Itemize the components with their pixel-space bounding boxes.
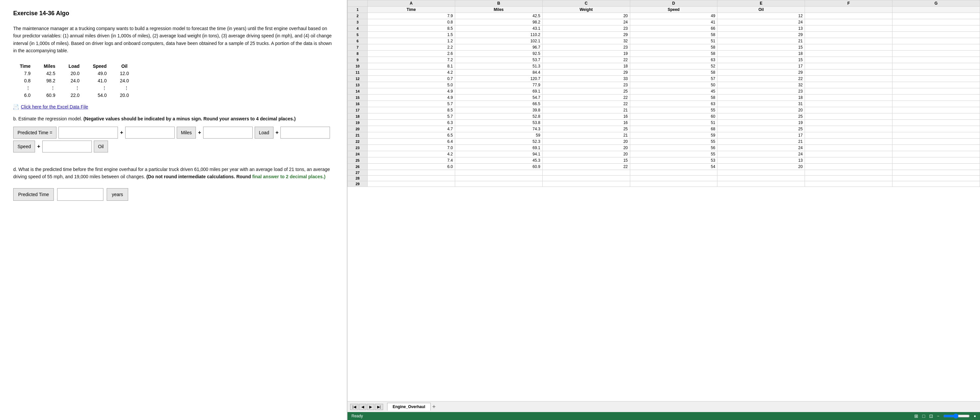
sheet-cell[interactable]: 19 (542, 51, 630, 57)
sheet-cell[interactable] (805, 145, 892, 151)
sheet-cell[interactable]: 51 (630, 38, 718, 44)
sheet-cell[interactable] (718, 181, 805, 187)
sheet-cell[interactable]: 20 (542, 151, 630, 157)
sheet-cell[interactable]: 20 (542, 145, 630, 151)
sheet-cell[interactable]: 69.1 (455, 145, 542, 151)
sheet-cell[interactable] (805, 101, 892, 107)
sheet-cell[interactable]: 23 (718, 88, 805, 94)
sheet-cell[interactable]: 51 (630, 120, 718, 126)
sheet-cell[interactable] (455, 176, 542, 181)
sheet-cell[interactable]: 24 (718, 19, 805, 26)
sheet-cell[interactable]: 5.0 (368, 82, 455, 88)
sheet-cell[interactable] (805, 151, 892, 157)
sheet-cell[interactable] (805, 82, 892, 88)
sheet-cell[interactable]: 4.7 (368, 126, 455, 132)
sheet-cell[interactable]: 42.5 (455, 13, 542, 19)
sheet-cell[interactable]: 29 (718, 69, 805, 76)
sheet-cell[interactable] (805, 51, 892, 57)
sheet-cell[interactable]: 53.7 (455, 57, 542, 63)
sheet-cell[interactable]: 66.5 (455, 101, 542, 107)
sheet-cell[interactable]: 12 (718, 13, 805, 19)
sheet-cell[interactable]: 56 (630, 145, 718, 151)
sheet-cell[interactable] (542, 170, 630, 176)
sheet-cell[interactable] (892, 181, 980, 187)
sheet-cell[interactable]: 39.8 (455, 107, 542, 113)
view-page-icon[interactable]: ⊡ (929, 414, 933, 419)
sheet-cell[interactable]: 19 (718, 120, 805, 126)
sheet-cell[interactable] (542, 181, 630, 187)
intercept-input[interactable] (59, 127, 118, 139)
sheet-cell[interactable] (368, 181, 455, 187)
sheet-cell[interactable] (630, 176, 718, 181)
sheet-cell[interactable]: 15 (718, 44, 805, 51)
sheet-cell[interactable] (892, 6, 980, 13)
sheet-cell[interactable] (892, 170, 980, 176)
sheet-cell[interactable] (805, 170, 892, 176)
sheet-cell[interactable]: 74.3 (455, 126, 542, 132)
sheet-cell[interactable] (892, 38, 980, 44)
sheet-cell[interactable]: Speed (630, 6, 718, 13)
sheet-cell[interactable]: 52.8 (455, 113, 542, 120)
sheet-cell[interactable]: 45.3 (455, 157, 542, 164)
active-sheet-tab[interactable]: Engine_Overhaul (387, 403, 431, 411)
oil-coeff-input[interactable] (42, 141, 92, 152)
sheet-cell[interactable] (805, 164, 892, 170)
sheet-cell[interactable]: 2.6 (368, 51, 455, 57)
sheet-cell[interactable]: 63 (630, 101, 718, 107)
sheet-cell[interactable] (805, 157, 892, 164)
sheet-cell[interactable]: 22 (542, 94, 630, 101)
sheet-cell[interactable]: 22 (542, 101, 630, 107)
sheet-cell[interactable] (892, 44, 980, 51)
sheet-cell[interactable] (892, 32, 980, 38)
sheet-cell[interactable]: 54.7 (455, 94, 542, 101)
sheet-cell[interactable] (805, 13, 892, 19)
sheet-cell[interactable]: 58 (630, 32, 718, 38)
sheet-cell[interactable]: 51.3 (455, 63, 542, 69)
sheet-cell[interactable]: 20 (718, 107, 805, 113)
sheet-cell[interactable]: 57 (630, 76, 718, 82)
sheet-cell[interactable]: Weight (542, 6, 630, 13)
sheet-cell[interactable] (892, 145, 980, 151)
sheet-cell[interactable] (892, 51, 980, 57)
sheet-cell[interactable] (805, 26, 892, 32)
sheet-cell[interactable]: 15 (542, 157, 630, 164)
sheet-cell[interactable]: 20 (718, 164, 805, 170)
sheet-cell[interactable]: 4.2 (368, 69, 455, 76)
sheet-cell[interactable] (892, 126, 980, 132)
sheet-cell[interactable] (805, 181, 892, 187)
sheet-cell[interactable]: 23 (542, 82, 630, 88)
sheet-cell[interactable]: 24 (718, 151, 805, 157)
sheet-cell[interactable]: 21 (718, 139, 805, 145)
sheet-cell[interactable] (892, 26, 980, 32)
sheet-cell[interactable]: 32 (718, 82, 805, 88)
sheet-cell[interactable]: 0.7 (368, 76, 455, 82)
sheet-cell[interactable] (805, 19, 892, 26)
sheet-cell[interactable]: 84.4 (455, 69, 542, 76)
sheet-cell[interactable] (455, 170, 542, 176)
zoom-minus-icon[interactable]: − (937, 414, 939, 418)
sheet-cell[interactable] (805, 88, 892, 94)
sheet-cell[interactable] (805, 107, 892, 113)
sheet-cell[interactable] (892, 82, 980, 88)
sheet-cell[interactable] (892, 176, 980, 181)
sheet-cell[interactable] (368, 176, 455, 181)
excel-data-link[interactable]: 📄 Click here for the Excel Data File (13, 104, 334, 109)
sheet-cell[interactable] (805, 94, 892, 101)
sheet-cell[interactable]: 54 (630, 164, 718, 170)
sheet-cell[interactable]: 13 (718, 26, 805, 32)
sheet-cell[interactable]: 96.7 (455, 44, 542, 51)
zoom-slider[interactable] (943, 414, 970, 419)
sheet-cell[interactable] (892, 63, 980, 69)
sheet-cell[interactable]: 94.1 (455, 151, 542, 157)
sheet-cell[interactable] (892, 132, 980, 139)
sheet-cell[interactable]: 60.9 (455, 164, 542, 170)
sheet-cell[interactable]: 58 (630, 69, 718, 76)
sheet-cell[interactable]: 25 (542, 126, 630, 132)
sheet-cell[interactable] (892, 151, 980, 157)
sheet-cell[interactable] (805, 32, 892, 38)
sheet-cell[interactable]: 8.1 (368, 63, 455, 69)
sheet-cell[interactable] (892, 88, 980, 94)
sheet-cell[interactable] (892, 157, 980, 164)
sheet-cell[interactable]: 92.5 (455, 51, 542, 57)
sheet-cell[interactable]: 68 (630, 126, 718, 132)
